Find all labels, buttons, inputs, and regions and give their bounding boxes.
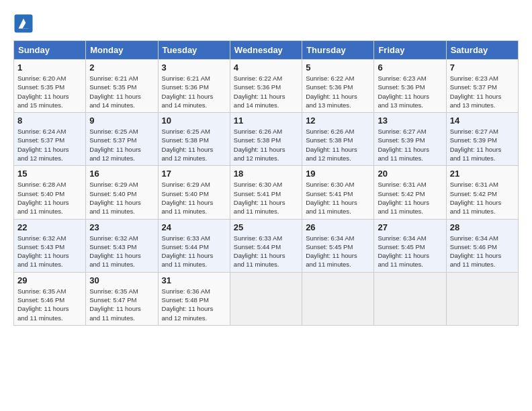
day-info: Sunrise: 6:35 AM Sunset: 5:47 PM Dayligh… <box>89 287 154 322</box>
logo-icon <box>13 13 34 34</box>
calendar-day-cell: 20Sunrise: 6:31 AM Sunset: 5:42 PM Dayli… <box>374 166 446 219</box>
day-number: 19 <box>306 169 370 179</box>
day-number: 12 <box>306 116 370 126</box>
day-info: Sunrise: 6:23 AM Sunset: 5:37 PM Dayligh… <box>450 74 515 109</box>
day-number: 24 <box>162 222 226 232</box>
day-number: 13 <box>378 116 442 126</box>
day-info: Sunrise: 6:25 AM Sunset: 5:37 PM Dayligh… <box>89 127 154 163</box>
calendar-day-cell: 30Sunrise: 6:35 AM Sunset: 5:47 PM Dayli… <box>86 272 158 325</box>
day-info: Sunrise: 6:34 AM Sunset: 5:45 PM Dayligh… <box>306 234 370 269</box>
day-info: Sunrise: 6:27 AM Sunset: 5:39 PM Dayligh… <box>378 127 442 163</box>
calendar-day-cell: 31Sunrise: 6:36 AM Sunset: 5:48 PM Dayli… <box>158 272 230 325</box>
day-info: Sunrise: 6:30 AM Sunset: 5:41 PM Dayligh… <box>306 180 370 216</box>
calendar-day-cell: 5Sunrise: 6:22 AM Sunset: 5:36 PM Daylig… <box>302 60 374 113</box>
day-info: Sunrise: 6:20 AM Sunset: 5:35 PM Dayligh… <box>17 74 82 109</box>
day-info: Sunrise: 6:26 AM Sunset: 5:38 PM Dayligh… <box>306 127 370 163</box>
day-number: 16 <box>89 169 154 179</box>
empty-cell <box>374 272 446 325</box>
calendar-day-cell: 21Sunrise: 6:31 AM Sunset: 5:42 PM Dayli… <box>446 166 518 219</box>
day-number: 14 <box>450 116 515 126</box>
calendar-week-row: 1Sunrise: 6:20 AM Sunset: 5:35 PM Daylig… <box>14 60 519 113</box>
calendar-day-cell: 9Sunrise: 6:25 AM Sunset: 5:37 PM Daylig… <box>86 113 158 166</box>
day-number: 22 <box>17 222 82 232</box>
calendar-day-cell: 25Sunrise: 6:33 AM Sunset: 5:44 PM Dayli… <box>230 219 302 272</box>
day-number: 9 <box>89 116 154 126</box>
day-info: Sunrise: 6:31 AM Sunset: 5:42 PM Dayligh… <box>450 180 515 216</box>
day-number: 25 <box>234 222 298 232</box>
col-header-monday: Monday <box>86 41 158 60</box>
day-info: Sunrise: 6:29 AM Sunset: 5:40 PM Dayligh… <box>162 180 226 216</box>
calendar-day-cell: 22Sunrise: 6:32 AM Sunset: 5:43 PM Dayli… <box>14 219 86 272</box>
day-number: 1 <box>17 62 82 73</box>
empty-cell <box>230 272 302 325</box>
day-info: Sunrise: 6:24 AM Sunset: 5:37 PM Dayligh… <box>17 127 82 163</box>
calendar-day-cell: 15Sunrise: 6:28 AM Sunset: 5:40 PM Dayli… <box>14 166 86 219</box>
calendar-day-cell: 29Sunrise: 6:35 AM Sunset: 5:46 PM Dayli… <box>14 272 86 325</box>
day-info: Sunrise: 6:32 AM Sunset: 5:43 PM Dayligh… <box>17 234 82 269</box>
calendar-day-cell: 16Sunrise: 6:29 AM Sunset: 5:40 PM Dayli… <box>86 166 158 219</box>
calendar-day-cell: 17Sunrise: 6:29 AM Sunset: 5:40 PM Dayli… <box>158 166 230 219</box>
calendar-day-cell: 10Sunrise: 6:25 AM Sunset: 5:38 PM Dayli… <box>158 113 230 166</box>
day-info: Sunrise: 6:25 AM Sunset: 5:38 PM Dayligh… <box>162 127 226 163</box>
col-header-sunday: Sunday <box>14 41 86 60</box>
day-info: Sunrise: 6:34 AM Sunset: 5:45 PM Dayligh… <box>378 234 442 269</box>
day-number: 31 <box>162 275 226 285</box>
day-number: 29 <box>17 275 82 285</box>
calendar-day-cell: 4Sunrise: 6:22 AM Sunset: 5:36 PM Daylig… <box>230 60 302 113</box>
calendar-day-cell: 24Sunrise: 6:33 AM Sunset: 5:44 PM Dayli… <box>158 219 230 272</box>
col-header-friday: Friday <box>374 41 446 60</box>
day-number: 7 <box>450 62 515 73</box>
day-info: Sunrise: 6:28 AM Sunset: 5:40 PM Dayligh… <box>17 180 82 216</box>
day-number: 10 <box>162 116 226 126</box>
calendar-day-cell: 8Sunrise: 6:24 AM Sunset: 5:37 PM Daylig… <box>14 113 86 166</box>
col-header-thursday: Thursday <box>302 41 374 60</box>
calendar-day-cell: 1Sunrise: 6:20 AM Sunset: 5:35 PM Daylig… <box>14 60 86 113</box>
day-number: 17 <box>162 169 226 179</box>
day-info: Sunrise: 6:35 AM Sunset: 5:46 PM Dayligh… <box>17 287 82 322</box>
day-number: 23 <box>89 222 154 232</box>
calendar-day-cell: 18Sunrise: 6:30 AM Sunset: 5:41 PM Dayli… <box>230 166 302 219</box>
calendar-day-cell: 14Sunrise: 6:27 AM Sunset: 5:39 PM Dayli… <box>446 113 518 166</box>
empty-cell <box>302 272 374 325</box>
calendar-day-cell: 7Sunrise: 6:23 AM Sunset: 5:37 PM Daylig… <box>446 60 518 113</box>
day-info: Sunrise: 6:29 AM Sunset: 5:40 PM Dayligh… <box>89 180 154 216</box>
day-number: 28 <box>450 222 515 232</box>
day-info: Sunrise: 6:33 AM Sunset: 5:44 PM Dayligh… <box>234 234 298 269</box>
calendar-table: SundayMondayTuesdayWednesdayThursdayFrid… <box>13 40 519 326</box>
calendar-day-cell: 11Sunrise: 6:26 AM Sunset: 5:38 PM Dayli… <box>230 113 302 166</box>
day-info: Sunrise: 6:22 AM Sunset: 5:36 PM Dayligh… <box>234 74 298 109</box>
day-info: Sunrise: 6:26 AM Sunset: 5:38 PM Dayligh… <box>234 127 298 163</box>
day-info: Sunrise: 6:27 AM Sunset: 5:39 PM Dayligh… <box>450 127 515 163</box>
col-header-saturday: Saturday <box>446 41 518 60</box>
day-info: Sunrise: 6:34 AM Sunset: 5:46 PM Dayligh… <box>450 234 515 269</box>
calendar-day-cell: 27Sunrise: 6:34 AM Sunset: 5:45 PM Dayli… <box>374 219 446 272</box>
day-info: Sunrise: 6:32 AM Sunset: 5:43 PM Dayligh… <box>89 234 154 269</box>
header-row: SundayMondayTuesdayWednesdayThursdayFrid… <box>14 41 519 60</box>
empty-cell <box>446 272 518 325</box>
day-number: 6 <box>378 62 442 73</box>
calendar-day-cell: 13Sunrise: 6:27 AM Sunset: 5:39 PM Dayli… <box>374 113 446 166</box>
day-number: 21 <box>450 169 515 179</box>
day-number: 27 <box>378 222 442 232</box>
day-number: 18 <box>234 169 298 179</box>
day-number: 15 <box>17 169 82 179</box>
calendar-week-row: 15Sunrise: 6:28 AM Sunset: 5:40 PM Dayli… <box>14 166 519 219</box>
day-number: 11 <box>234 116 298 126</box>
logo <box>13 13 36 34</box>
page-header <box>13 13 519 34</box>
calendar-week-row: 29Sunrise: 6:35 AM Sunset: 5:46 PM Dayli… <box>14 272 519 325</box>
calendar-day-cell: 2Sunrise: 6:21 AM Sunset: 5:35 PM Daylig… <box>86 60 158 113</box>
day-number: 5 <box>306 62 370 73</box>
day-number: 4 <box>234 62 298 73</box>
day-info: Sunrise: 6:36 AM Sunset: 5:48 PM Dayligh… <box>162 287 226 322</box>
day-number: 20 <box>378 169 442 179</box>
calendar-day-cell: 23Sunrise: 6:32 AM Sunset: 5:43 PM Dayli… <box>86 219 158 272</box>
calendar-week-row: 22Sunrise: 6:32 AM Sunset: 5:43 PM Dayli… <box>14 219 519 272</box>
calendar-day-cell: 26Sunrise: 6:34 AM Sunset: 5:45 PM Dayli… <box>302 219 374 272</box>
day-number: 30 <box>89 275 154 285</box>
day-number: 26 <box>306 222 370 232</box>
col-header-wednesday: Wednesday <box>230 41 302 60</box>
day-info: Sunrise: 6:30 AM Sunset: 5:41 PM Dayligh… <box>234 180 298 216</box>
calendar-day-cell: 19Sunrise: 6:30 AM Sunset: 5:41 PM Dayli… <box>302 166 374 219</box>
day-info: Sunrise: 6:33 AM Sunset: 5:44 PM Dayligh… <box>162 234 226 269</box>
